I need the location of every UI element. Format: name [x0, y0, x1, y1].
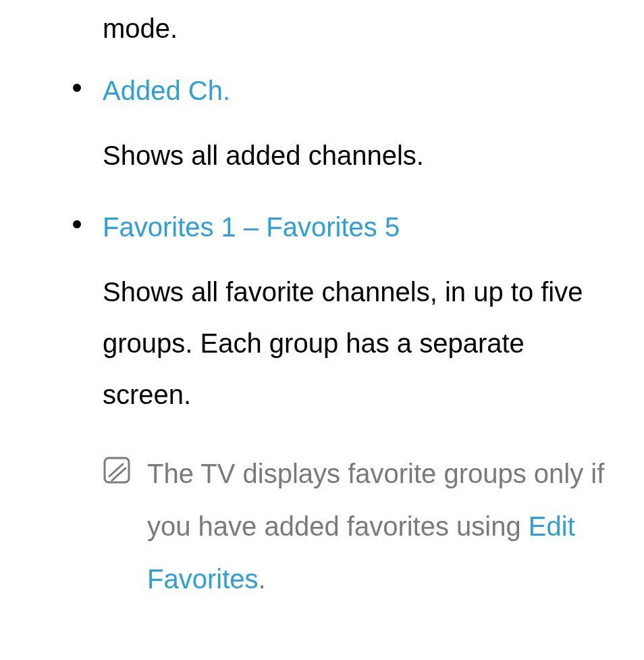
note-text: The TV displays favorite groups only if … [147, 447, 617, 605]
bullet-item-added-ch: Added Ch. Shows all added channels. [103, 74, 617, 181]
item-title-added-ch: Added Ch. [103, 74, 617, 107]
note-block: The TV displays favorite groups only if … [103, 447, 617, 605]
bullet-dot-icon [73, 220, 81, 228]
bullet-dot-icon [73, 84, 81, 92]
svg-line-1 [109, 464, 123, 476]
bullet-item-favorites: Favorites 1 – Favorites 5 Shows all favo… [103, 211, 617, 605]
note-text-suffix: . [259, 564, 266, 594]
partial-previous-line: mode. [103, 12, 617, 45]
document-page: mode. Added Ch. Shows all added channels… [0, 0, 644, 660]
item-desc-favorites: Shows all favorite channels, in up to fi… [103, 266, 617, 420]
svg-line-2 [112, 468, 126, 480]
item-desc-added-ch: Shows all added channels. [103, 130, 617, 181]
note-icon [103, 456, 131, 484]
item-title-favorites: Favorites 1 – Favorites 5 [103, 211, 617, 243]
